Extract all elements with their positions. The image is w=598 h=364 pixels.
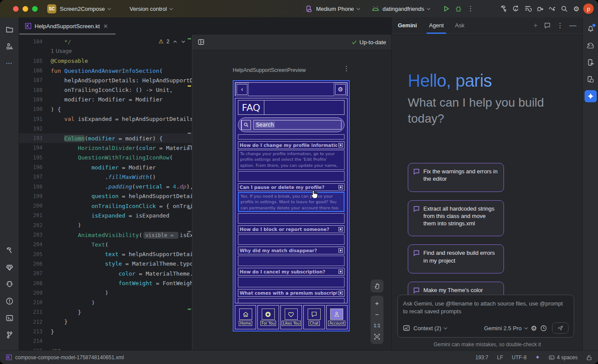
wf-faq-question[interactable]: What comes with a premium subscription?: [238, 289, 344, 297]
suggestion-card-fix-warnings[interactable]: Fix the warnings and errors in the edito…: [408, 163, 504, 192]
close-window-button[interactable]: [13, 6, 19, 12]
stripe-mark[interactable]: [188, 145, 191, 146]
ai-spark-icon[interactable]: ✦: [535, 354, 540, 361]
stripe-mark[interactable]: [188, 309, 191, 310]
resource-manager-icon[interactable]: [3, 40, 16, 52]
wf-expand-checkbox[interactable]: [338, 291, 343, 295]
code-line[interactable]: 206 style = MaterialTheme.typo: [19, 259, 192, 269]
wf-faq-question[interactable]: Why did my match disappear?: [238, 247, 344, 254]
build-tool-icon[interactable]: [3, 244, 16, 257]
terminal-icon[interactable]: [3, 312, 16, 324]
wf-faq-question[interactable]: How do I block or report someone?: [238, 225, 344, 233]
stripe-mark[interactable]: [188, 38, 191, 39]
zoom-actual-size-button[interactable]: 1:1: [370, 320, 384, 331]
user-avatar[interactable]: p: [582, 3, 595, 15]
zoom-in-button[interactable]: +: [370, 297, 384, 309]
code-line[interactable]: 213}: [19, 327, 192, 336]
code-line[interactable]: 192: [19, 124, 192, 133]
wf-nav-home[interactable]: Home: [235, 305, 256, 329]
project-tool-icon[interactable]: [3, 23, 16, 36]
wf-search-bar[interactable]: Search: [238, 117, 344, 132]
code-line[interactable]: 195 QuestionWithTrailingIconRow(: [19, 153, 192, 162]
wf-expand-checkbox[interactable]: [338, 248, 343, 253]
model-selector[interactable]: Gemini 2.5 Pro: [484, 325, 527, 332]
code-line[interactable]: 200 onTrailingIconClick = { onTrai: [19, 201, 192, 211]
code-line[interactable]: 199 question = helpAndSupportDetai: [19, 192, 192, 201]
code-line[interactable]: 187 helpAndSupportDetails: HelpAndSuppor…: [19, 75, 192, 85]
code-line[interactable]: 186fun QuestionAndAnswerInfoSection(: [19, 66, 192, 75]
code-line[interactable]: 197 .fillMaxWidth(): [19, 172, 192, 182]
code-line[interactable]: 191 val isExpanded = helpAndSupportDetai…: [19, 114, 192, 124]
stripe-mark[interactable]: [188, 133, 191, 134]
code-line[interactable]: 185@Composable: [19, 56, 192, 66]
search-everywhere-icon[interactable]: [558, 3, 570, 15]
sync-project-icon[interactable]: A: [510, 3, 522, 15]
attach-image-icon[interactable]: [403, 325, 410, 332]
wf-back-button[interactable]: ‹: [237, 84, 247, 95]
app-quality-insights-icon[interactable]: [3, 261, 16, 273]
code-line[interactable]: 210 ): [19, 298, 192, 307]
code-line[interactable]: 209 ): [19, 288, 192, 298]
code-line[interactable]: 208 fontWeight = FontWeigh: [19, 278, 192, 288]
caret-position[interactable]: 193:7: [475, 354, 488, 361]
code-line[interactable]: 196 modifier = Modifier: [19, 162, 192, 172]
run-configuration-selector[interactable]: datingandfriends: [372, 6, 430, 12]
minimize-window-button[interactable]: [23, 6, 28, 12]
wf-expand-checkbox[interactable]: [338, 185, 343, 189]
code-line[interactable]: 212 }: [19, 317, 192, 327]
wf-faq-answer[interactable]: Yes. If you need a break, you can pause …: [238, 192, 344, 212]
chat-history-icon[interactable]: [544, 22, 551, 29]
stripe-mark[interactable]: [188, 85, 191, 87]
notifications-bell-icon[interactable]: [585, 23, 597, 35]
inspection-widget[interactable]: ⚠ 2: [159, 38, 186, 45]
new-chat-icon[interactable]: +: [533, 21, 538, 30]
preview-name[interactable]: HelpAndSupportScreenPreview: [233, 67, 306, 73]
code-line[interactable]: 201 isExpanded = isExpanded: [19, 211, 192, 220]
project-selector[interactable]: Screen2Compose: [56, 6, 110, 12]
run-button[interactable]: [440, 3, 452, 15]
code-line[interactable]: 214: [19, 336, 192, 346]
code-line[interactable]: 198 .padding(vertical = 4.dp),: [19, 182, 192, 191]
wf-settings-button[interactable]: ⚙: [335, 84, 346, 95]
wf-nav-foryou[interactable]: For You: [257, 305, 279, 329]
version-control-tool-icon[interactable]: [3, 329, 16, 341]
indent-setting[interactable]: 4 spaces: [549, 354, 578, 361]
running-devices-icon[interactable]: [585, 73, 597, 85]
attach-debugger-icon[interactable]: [534, 3, 546, 15]
tab-agent[interactable]: Agent: [429, 17, 444, 34]
wf-search-input[interactable]: Search: [254, 120, 341, 130]
send-prompt-button[interactable]: [552, 322, 569, 334]
wf-nav-chat[interactable]: Chat: [303, 305, 325, 329]
status-file-name[interactable]: compose-compose-model-1758748140651.xml: [15, 354, 124, 361]
stripe-mark[interactable]: [188, 231, 191, 232]
wf-faq-question[interactable]: How do I cancel my subscription?: [238, 268, 344, 276]
wf-faq-answer[interactable]: To change your profile information, go t…: [238, 150, 344, 170]
wf-expand-checkbox[interactable]: [338, 143, 343, 147]
stripe-mark[interactable]: [188, 208, 191, 209]
gemini-prompt-input[interactable]: Ask Gemini, use @filename to attach sour…: [397, 295, 574, 338]
lock-icon[interactable]: [586, 354, 592, 361]
build-icon[interactable]: [497, 3, 510, 15]
preview-options-menu[interactable]: ⋮: [343, 67, 350, 73]
gradle-elephant-icon[interactable]: [585, 39, 597, 52]
wf-nav-account[interactable]: Account: [326, 305, 348, 329]
code-line[interactable]: 207 color = MaterialTheme.: [19, 269, 192, 278]
wf-faq-question[interactable]: How do I change my profile information?: [238, 141, 344, 149]
debug-button[interactable]: [452, 3, 465, 15]
wf-expand-checkbox[interactable]: [338, 227, 343, 231]
gemini-options-menu[interactable]: ⋮: [557, 24, 563, 27]
line-separator[interactable]: LF: [497, 354, 503, 361]
code-line[interactable]: 211 }: [19, 307, 192, 317]
hide-panel-icon[interactable]: —: [569, 22, 576, 29]
context-dropdown[interactable]: Context (2): [413, 325, 447, 332]
code-line[interactable]: 190) {: [19, 104, 192, 114]
problems-icon[interactable]: [3, 295, 16, 307]
code-editor[interactable]: ⚠ 2 184 */1 Usage185@Composable186fun Qu…: [19, 35, 192, 350]
code-line[interactable]: 189 modifier: Modifier = Modifier: [19, 95, 192, 104]
phone-preview[interactable]: ‹ ⚙ FAQ Search How do I change my pro: [233, 80, 350, 332]
suggestion-card-build-errors[interactable]: Find and resolve build errors in my proj…: [408, 244, 504, 273]
code-line[interactable]: 202 ): [19, 221, 192, 230]
prev-problem-icon[interactable]: [172, 39, 178, 44]
device-selector[interactable]: Medium Phone: [306, 5, 359, 12]
gemini-panel-icon[interactable]: [585, 90, 597, 102]
